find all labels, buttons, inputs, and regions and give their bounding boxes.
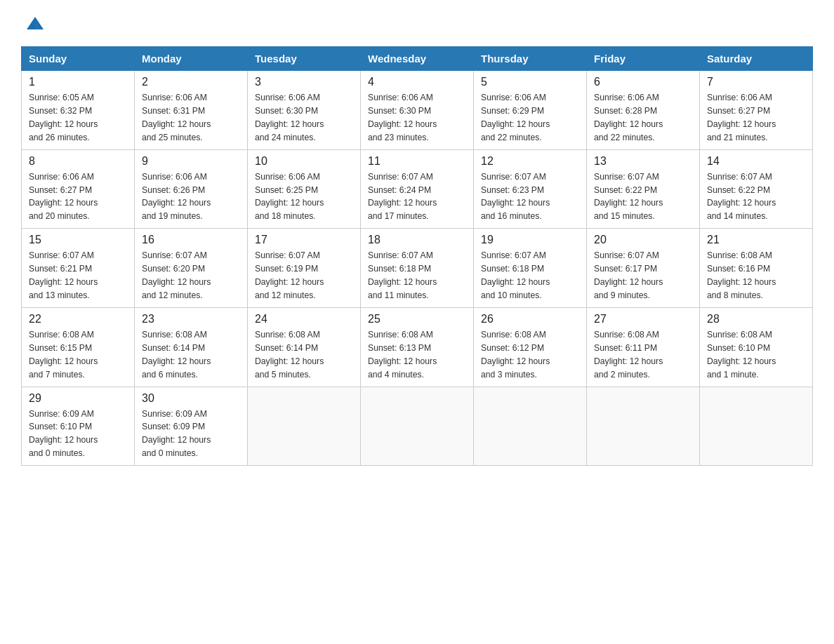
day-info: Sunrise: 6:08 AM Sunset: 6:13 PM Dayligh… [368, 328, 466, 382]
week-row-4: 22Sunrise: 6:08 AM Sunset: 6:15 PM Dayli… [22, 307, 813, 387]
day-info: Sunrise: 6:07 AM Sunset: 6:17 PM Dayligh… [594, 249, 692, 302]
day-info: Sunrise: 6:06 AM Sunset: 6:30 PM Dayligh… [255, 91, 353, 145]
day-number: 1 [29, 76, 127, 88]
day-number: 17 [255, 234, 353, 246]
day-number: 28 [707, 313, 805, 326]
calendar-header-row: SundayMondayTuesdayWednesdayThursdayFrid… [22, 47, 813, 71]
day-number: 8 [29, 155, 127, 168]
day-number: 3 [255, 76, 353, 88]
day-info: Sunrise: 6:08 AM Sunset: 6:11 PM Dayligh… [594, 328, 692, 382]
calendar-cell: 18Sunrise: 6:07 AM Sunset: 6:18 PM Dayli… [361, 229, 474, 308]
column-header-saturday: Saturday [700, 47, 813, 71]
calendar-cell: 26Sunrise: 6:08 AM Sunset: 6:12 PM Dayli… [474, 307, 587, 387]
day-number: 13 [594, 155, 692, 168]
calendar-table: SundayMondayTuesdayWednesdayThursdayFrid… [21, 46, 813, 466]
week-row-2: 8Sunrise: 6:06 AM Sunset: 6:27 PM Daylig… [22, 149, 813, 229]
day-number: 10 [255, 155, 353, 168]
day-number: 23 [142, 313, 240, 326]
day-info: Sunrise: 6:08 AM Sunset: 6:14 PM Dayligh… [255, 328, 353, 382]
column-header-thursday: Thursday [474, 47, 587, 71]
calendar-cell [361, 387, 474, 466]
day-number: 26 [481, 313, 579, 326]
calendar-cell: 28Sunrise: 6:08 AM Sunset: 6:10 PM Dayli… [700, 307, 813, 387]
calendar-cell: 8Sunrise: 6:06 AM Sunset: 6:27 PM Daylig… [22, 149, 135, 229]
calendar-cell: 12Sunrise: 6:07 AM Sunset: 6:23 PM Dayli… [474, 149, 587, 229]
day-number: 29 [29, 392, 127, 405]
day-info: Sunrise: 6:05 AM Sunset: 6:32 PM Dayligh… [29, 91, 127, 145]
column-header-sunday: Sunday [22, 47, 135, 71]
logo-icon [25, 14, 45, 34]
calendar-cell: 23Sunrise: 6:08 AM Sunset: 6:14 PM Dayli… [135, 307, 248, 387]
day-number: 25 [368, 313, 466, 326]
day-number: 2 [142, 76, 240, 88]
calendar-cell [248, 387, 361, 466]
day-info: Sunrise: 6:06 AM Sunset: 6:30 PM Dayligh… [368, 91, 466, 145]
calendar-cell [587, 387, 700, 466]
column-header-tuesday: Tuesday [248, 47, 361, 71]
calendar-cell: 27Sunrise: 6:08 AM Sunset: 6:11 PM Dayli… [587, 307, 700, 387]
day-info: Sunrise: 6:06 AM Sunset: 6:28 PM Dayligh… [594, 91, 692, 145]
day-info: Sunrise: 6:08 AM Sunset: 6:15 PM Dayligh… [29, 328, 127, 382]
day-info: Sunrise: 6:07 AM Sunset: 6:18 PM Dayligh… [368, 249, 466, 302]
day-number: 12 [481, 155, 579, 168]
day-info: Sunrise: 6:06 AM Sunset: 6:27 PM Dayligh… [29, 170, 127, 224]
calendar-cell: 1Sunrise: 6:05 AM Sunset: 6:32 PM Daylig… [22, 71, 135, 150]
day-number: 21 [707, 234, 805, 246]
calendar-cell: 3Sunrise: 6:06 AM Sunset: 6:30 PM Daylig… [248, 71, 361, 150]
day-info: Sunrise: 6:06 AM Sunset: 6:26 PM Dayligh… [142, 170, 240, 224]
week-row-3: 15Sunrise: 6:07 AM Sunset: 6:21 PM Dayli… [22, 229, 813, 308]
calendar-cell: 30Sunrise: 6:09 AM Sunset: 6:09 PM Dayli… [135, 387, 248, 466]
day-number: 18 [368, 234, 466, 246]
day-info: Sunrise: 6:07 AM Sunset: 6:21 PM Dayligh… [29, 249, 127, 302]
calendar-cell: 6Sunrise: 6:06 AM Sunset: 6:28 PM Daylig… [587, 71, 700, 150]
calendar-cell: 16Sunrise: 6:07 AM Sunset: 6:20 PM Dayli… [135, 229, 248, 308]
day-number: 27 [594, 313, 692, 326]
calendar-cell: 25Sunrise: 6:08 AM Sunset: 6:13 PM Dayli… [361, 307, 474, 387]
day-number: 5 [481, 76, 579, 88]
day-info: Sunrise: 6:07 AM Sunset: 6:23 PM Dayligh… [481, 170, 579, 224]
calendar-cell: 22Sunrise: 6:08 AM Sunset: 6:15 PM Dayli… [22, 307, 135, 387]
column-header-monday: Monday [135, 47, 248, 71]
day-info: Sunrise: 6:09 AM Sunset: 6:09 PM Dayligh… [142, 408, 240, 461]
calendar-cell: 29Sunrise: 6:09 AM Sunset: 6:10 PM Dayli… [22, 387, 135, 466]
day-info: Sunrise: 6:07 AM Sunset: 6:20 PM Dayligh… [142, 249, 240, 302]
calendar-cell [700, 387, 813, 466]
calendar-cell: 9Sunrise: 6:06 AM Sunset: 6:26 PM Daylig… [135, 149, 248, 229]
day-number: 24 [255, 313, 353, 326]
column-header-friday: Friday [587, 47, 700, 71]
day-info: Sunrise: 6:08 AM Sunset: 6:10 PM Dayligh… [707, 328, 805, 382]
calendar-cell: 11Sunrise: 6:07 AM Sunset: 6:24 PM Dayli… [361, 149, 474, 229]
day-number: 9 [142, 155, 240, 168]
day-info: Sunrise: 6:08 AM Sunset: 6:14 PM Dayligh… [142, 328, 240, 382]
day-info: Sunrise: 6:07 AM Sunset: 6:22 PM Dayligh… [707, 170, 805, 224]
day-info: Sunrise: 6:07 AM Sunset: 6:19 PM Dayligh… [255, 249, 353, 302]
day-info: Sunrise: 6:06 AM Sunset: 6:31 PM Dayligh… [142, 91, 240, 145]
day-info: Sunrise: 6:07 AM Sunset: 6:22 PM Dayligh… [594, 170, 692, 224]
day-number: 16 [142, 234, 240, 246]
calendar-cell: 13Sunrise: 6:07 AM Sunset: 6:22 PM Dayli… [587, 149, 700, 229]
day-number: 19 [481, 234, 579, 246]
calendar-cell: 7Sunrise: 6:06 AM Sunset: 6:27 PM Daylig… [700, 71, 813, 150]
day-number: 15 [29, 234, 127, 246]
calendar-cell: 21Sunrise: 6:08 AM Sunset: 6:16 PM Dayli… [700, 229, 813, 308]
day-info: Sunrise: 6:07 AM Sunset: 6:24 PM Dayligh… [368, 170, 466, 224]
day-number: 22 [29, 313, 127, 326]
day-number: 6 [594, 76, 692, 88]
calendar-cell: 24Sunrise: 6:08 AM Sunset: 6:14 PM Dayli… [248, 307, 361, 387]
week-row-5: 29Sunrise: 6:09 AM Sunset: 6:10 PM Dayli… [22, 387, 813, 466]
day-info: Sunrise: 6:06 AM Sunset: 6:25 PM Dayligh… [255, 170, 353, 224]
day-info: Sunrise: 6:08 AM Sunset: 6:16 PM Dayligh… [707, 249, 805, 302]
day-info: Sunrise: 6:08 AM Sunset: 6:12 PM Dayligh… [481, 328, 579, 382]
column-header-wednesday: Wednesday [361, 47, 474, 71]
day-info: Sunrise: 6:06 AM Sunset: 6:27 PM Dayligh… [707, 91, 805, 145]
day-number: 20 [594, 234, 692, 246]
calendar-cell [474, 387, 587, 466]
calendar-cell: 2Sunrise: 6:06 AM Sunset: 6:31 PM Daylig… [135, 71, 248, 150]
calendar-cell: 10Sunrise: 6:06 AM Sunset: 6:25 PM Dayli… [248, 149, 361, 229]
day-info: Sunrise: 6:09 AM Sunset: 6:10 PM Dayligh… [29, 408, 127, 461]
day-number: 4 [368, 76, 466, 88]
day-number: 30 [142, 392, 240, 405]
day-number: 7 [707, 76, 805, 88]
day-info: Sunrise: 6:07 AM Sunset: 6:18 PM Dayligh… [481, 249, 579, 302]
calendar-cell: 14Sunrise: 6:07 AM Sunset: 6:22 PM Dayli… [700, 149, 813, 229]
